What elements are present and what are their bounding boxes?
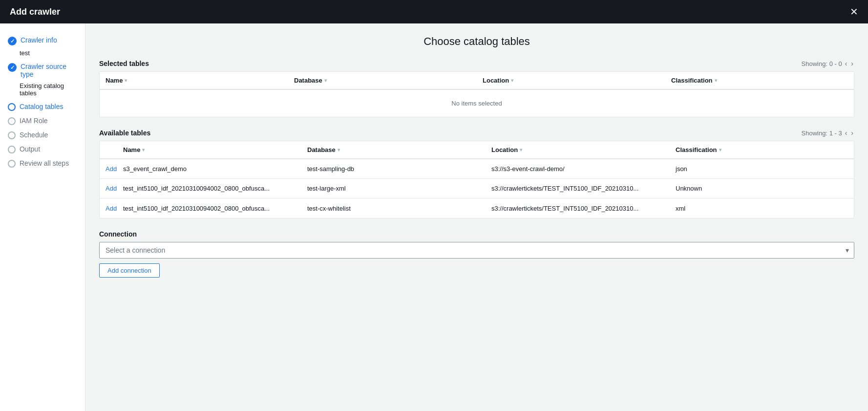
- th-location-available: Location ▾: [486, 141, 670, 158]
- sort-icon-location-available: ▾: [520, 147, 522, 152]
- th-location-selected: Location ▾: [477, 72, 665, 89]
- main-layout: ✓ Crawler info test ✓ Crawler source typ…: [0, 23, 868, 411]
- app-title: Add crawler: [10, 7, 60, 17]
- available-tables-header: Available tables Showing: 1 - 3 ‹ ›: [99, 129, 854, 137]
- location-cell-0: s3://s3-event-crawl-demo/: [486, 161, 670, 176]
- add-cell-1: Add: [100, 181, 117, 196]
- sidebar-label-crawler-info: Crawler info: [21, 36, 57, 44]
- sidebar-label-iam-role: IAM Role: [20, 117, 48, 125]
- sort-icon-classification-available: ▾: [719, 147, 721, 152]
- sidebar: ✓ Crawler info test ✓ Crawler source typ…: [0, 23, 85, 411]
- circle-icon-output: [8, 146, 16, 153]
- close-button[interactable]: ✕: [850, 7, 858, 17]
- database-cell-0: test-sampling-db: [301, 161, 486, 176]
- sidebar-label-output: Output: [20, 145, 40, 153]
- name-cell-0: s3_event_crawl_demo: [117, 161, 301, 176]
- location-cell-2: s3://crawlertickets/TEST_INT5100_IDF_202…: [486, 201, 670, 216]
- add-cell-2: Add: [100, 201, 117, 216]
- sort-icon-database-selected: ▾: [324, 78, 327, 83]
- th-name-selected: Name ▾: [100, 72, 288, 89]
- check-icon-crawler-info: ✓: [8, 37, 17, 45]
- location-cell-1: s3://crawlertickets/TEST_INT5100_IDF_202…: [486, 181, 670, 196]
- available-table-header: Name ▾ Database ▾ Location ▾ Classificat…: [100, 141, 854, 159]
- available-tables-count: Showing: 1 - 3: [802, 130, 842, 137]
- sidebar-item-review-all-steps[interactable]: Review all steps: [0, 156, 85, 171]
- th-classification-available: Classification ▾: [670, 141, 854, 158]
- main-content: Choose catalog tables Selected tables Sh…: [85, 23, 868, 411]
- selected-table-header: Name ▾ Database ▾ Location ▾ Classificat…: [100, 72, 854, 90]
- classification-cell-2: xml: [670, 201, 854, 216]
- table-row: Add s3_event_crawl_demo test-sampling-db…: [100, 159, 854, 179]
- sort-icon-database-available: ▾: [338, 147, 340, 152]
- page-title: Choose catalog tables: [99, 35, 854, 48]
- th-add-col: [100, 141, 117, 158]
- selected-tables-label: Selected tables: [99, 60, 149, 67]
- add-connection-button[interactable]: Add connection: [99, 263, 160, 278]
- name-cell-2: test_int5100_idf_20210310094002_0800_obf…: [117, 201, 301, 216]
- circle-icon-catalog-tables: [8, 103, 16, 111]
- th-classification-selected: Classification ▾: [665, 72, 854, 89]
- available-prev-button[interactable]: ‹: [844, 129, 848, 137]
- app-header: Add crawler ✕: [0, 0, 868, 23]
- available-tables-label: Available tables: [99, 129, 150, 137]
- sort-icon-name-available: ▾: [142, 147, 145, 152]
- sidebar-item-crawler-info[interactable]: ✓ Crawler info: [0, 33, 85, 48]
- add-link-0[interactable]: Add: [106, 165, 117, 173]
- sidebar-item-iam-role[interactable]: IAM Role: [0, 114, 85, 128]
- selected-empty-row: No items selected: [100, 90, 854, 117]
- sidebar-sub-crawler-info: test: [0, 48, 85, 60]
- sidebar-item-schedule[interactable]: Schedule: [0, 128, 85, 142]
- available-next-button[interactable]: ›: [850, 129, 854, 137]
- selected-empty-text: No items selected: [100, 90, 854, 117]
- circle-icon-review-all-steps: [8, 160, 16, 168]
- th-name-available: Name ▾: [117, 141, 301, 158]
- database-cell-2: test-cx-whitelist: [301, 201, 486, 216]
- sidebar-label-schedule: Schedule: [20, 131, 48, 139]
- classification-cell-0: json: [670, 161, 854, 176]
- sidebar-sub-crawler-source-type: Existing catalog tables: [0, 81, 85, 100]
- sidebar-item-crawler-source-type[interactable]: ✓ Crawler source type: [0, 60, 85, 81]
- available-tables-wrapper: Name ▾ Database ▾ Location ▾ Classificat…: [99, 141, 854, 218]
- sidebar-label-review-all-steps: Review all steps: [20, 159, 69, 167]
- selected-prev-button[interactable]: ‹: [844, 60, 848, 67]
- name-cell-1: test_int5100_idf_20210310094002_0800_obf…: [117, 181, 301, 196]
- th-database-selected: Database ▾: [288, 72, 477, 89]
- available-tables-showing: Showing: 1 - 3 ‹ ›: [802, 129, 854, 137]
- selected-tables-showing: Showing: 0 - 0 ‹ ›: [802, 60, 854, 67]
- table-row: Add test_int5100_idf_20210310094002_0800…: [100, 198, 854, 218]
- table-row: Add test_int5100_idf_20210310094002_0800…: [100, 179, 854, 198]
- selected-next-button[interactable]: ›: [850, 60, 854, 67]
- check-icon-crawler-source-type: ✓: [8, 63, 17, 72]
- sidebar-label-catalog-tables: Catalog tables: [20, 103, 64, 110]
- database-cell-1: test-large-xml: [301, 181, 486, 196]
- add-cell-0: Add: [100, 161, 117, 176]
- sort-icon-classification-selected: ▾: [715, 78, 717, 83]
- circle-icon-schedule: [8, 131, 16, 139]
- add-link-1[interactable]: Add: [106, 185, 117, 192]
- sidebar-label-crawler-source-type: Crawler source type: [21, 63, 77, 78]
- connection-label: Connection: [99, 230, 854, 238]
- selected-tables-wrapper: Name ▾ Database ▾ Location ▾ Classificat…: [99, 71, 854, 117]
- connection-select[interactable]: Select a connection: [100, 242, 854, 258]
- selected-tables-count: Showing: 0 - 0: [802, 60, 842, 67]
- circle-icon-iam-role: [8, 117, 16, 125]
- sort-icon-name-selected: ▾: [125, 78, 127, 83]
- th-database-available: Database ▾: [301, 141, 486, 158]
- connection-select-wrapper: Select a connection ▾: [99, 242, 854, 259]
- sort-icon-location-selected: ▾: [511, 78, 513, 83]
- classification-cell-1: Unknown: [670, 181, 854, 196]
- sidebar-item-output[interactable]: Output: [0, 142, 85, 156]
- selected-tables-header: Selected tables Showing: 0 - 0 ‹ ›: [99, 60, 854, 67]
- add-link-2[interactable]: Add: [106, 205, 117, 212]
- sidebar-item-catalog-tables[interactable]: Catalog tables: [0, 100, 85, 114]
